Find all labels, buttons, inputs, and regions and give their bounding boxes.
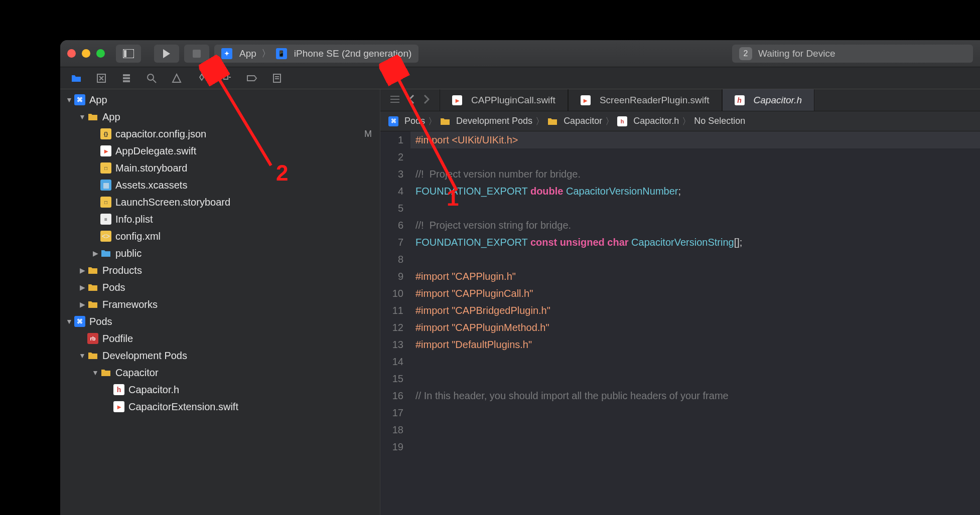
disclosure-triangle-icon[interactable]: ▼: [78, 113, 86, 121]
stop-button[interactable]: [184, 45, 209, 63]
debug-navigator-icon[interactable]: [221, 72, 233, 84]
line-number: 2: [380, 148, 403, 165]
code-line[interactable]: [410, 148, 980, 165]
code-line[interactable]: #import "DefaultPlugins.h": [410, 336, 980, 353]
tree-item[interactable]: <>config.xml: [60, 228, 380, 245]
tree-item[interactable]: ▸CapacitorExtension.swift: [60, 398, 380, 415]
tree-item[interactable]: □LaunchScreen.storyboard: [60, 194, 380, 211]
editor-tab[interactable]: ▸CAPPluginCall.swift: [440, 89, 568, 111]
swift-icon: ▸: [100, 145, 111, 156]
breadcrumb-segment[interactable]: Pods: [404, 116, 425, 126]
run-button[interactable]: [154, 45, 179, 63]
code-line[interactable]: [410, 200, 980, 217]
tree-item-label: Products: [102, 265, 372, 276]
tree-item[interactable]: ▶Products: [60, 262, 380, 279]
disclosure-triangle-icon[interactable]: ▼: [65, 96, 73, 104]
code-line[interactable]: //! Project version string for bridge.: [410, 217, 980, 234]
code-line[interactable]: // In this header, you should import all…: [410, 387, 980, 404]
folder-icon: [547, 116, 557, 126]
line-number: 11: [380, 302, 403, 319]
scm-status-badge: M: [364, 129, 372, 139]
issue-navigator-icon[interactable]: [171, 72, 183, 84]
code-line[interactable]: #import "CAPPluginMethod.h": [410, 319, 980, 336]
code-line[interactable]: //! Project version number for bridge.: [410, 165, 980, 183]
tree-item[interactable]: ▶public: [60, 245, 380, 262]
code-line[interactable]: [410, 421, 980, 438]
tree-item[interactable]: ▼⌘Pods: [60, 313, 380, 330]
breadcrumb-segment[interactable]: No Selection: [694, 116, 745, 126]
status-text: Waiting for Device: [758, 48, 835, 59]
disclosure-triangle-icon[interactable]: ▶: [78, 300, 86, 308]
line-number: 15: [380, 370, 403, 387]
tree-item[interactable]: □Main.storyboard: [60, 159, 380, 177]
find-navigator-icon[interactable]: [146, 72, 158, 84]
editor-tab[interactable]: ▸ScreenReaderPlugin.swift: [568, 89, 722, 111]
source-editor[interactable]: 12345678910111213141516171819 #import <U…: [380, 131, 980, 515]
chevron-right-icon: 〉: [605, 115, 614, 127]
app-icon: ✦: [221, 48, 232, 59]
project-navigator[interactable]: ▼⌘App▼App{}capacitor.config.jsonM▸AppDel…: [60, 89, 380, 515]
swift-icon: ▸: [452, 95, 462, 105]
forward-button[interactable]: [424, 95, 430, 106]
tree-item[interactable]: ▦Assets.xcassets: [60, 177, 380, 194]
minimize-icon[interactable]: [82, 49, 90, 58]
disclosure-triangle-icon[interactable]: ▶: [91, 249, 99, 257]
breadcrumb-segment[interactable]: Capacitor.h: [633, 116, 679, 126]
tree-item[interactable]: ▶Pods: [60, 279, 380, 296]
line-number: 8: [380, 251, 403, 268]
activity-status[interactable]: 2 Waiting for Device: [732, 45, 973, 63]
line-gutter: 12345678910111213141516171819: [380, 131, 410, 515]
tree-item[interactable]: ▼Capacitor: [60, 364, 380, 381]
tree-item[interactable]: {}capacitor.config.jsonM: [60, 125, 380, 142]
tree-item[interactable]: ▼Development Pods: [60, 347, 380, 364]
disclosure-triangle-icon[interactable]: ▼: [78, 352, 86, 360]
folder-icon: [87, 265, 98, 276]
code-line[interactable]: [410, 251, 980, 268]
editor-tab[interactable]: hCapacitor.h: [722, 89, 814, 111]
tree-item-label: CapacitorExtension.swift: [128, 401, 372, 413]
disclosure-triangle-icon[interactable]: ▼: [65, 317, 73, 325]
scheme-selector[interactable]: ✦ App 〉 📱 iPhone SE (2nd generation): [214, 45, 418, 63]
line-number: 4: [380, 183, 403, 200]
xcassets-icon: ▦: [100, 180, 111, 191]
code-line[interactable]: #import "CAPBridgedPlugin.h": [410, 302, 980, 319]
tree-item[interactable]: hCapacitor.h: [60, 381, 380, 398]
jump-bar[interactable]: ⌘Pods〉Development Pods〉Capacitor〉hCapaci…: [380, 111, 980, 131]
report-navigator-icon[interactable]: [271, 72, 283, 84]
maximize-icon[interactable]: [96, 49, 105, 58]
code-line[interactable]: #import <UIKit/UIKit.h>: [410, 131, 980, 148]
sidebar-toggle-button[interactable]: [116, 45, 141, 63]
editor-menu-icon[interactable]: [390, 96, 399, 105]
tree-item[interactable]: ▼⌘App: [60, 91, 380, 108]
back-button[interactable]: [408, 95, 414, 106]
tree-item[interactable]: ≡Info.plist: [60, 211, 380, 228]
tree-item[interactable]: ▸AppDelegate.swift: [60, 142, 380, 159]
code-body[interactable]: #import <UIKit/UIKit.h>//! Project versi…: [410, 131, 980, 515]
code-line[interactable]: #import "CAPPlugin.h": [410, 268, 980, 285]
code-line[interactable]: FOUNDATION_EXPORT const unsigned char Ca…: [410, 234, 980, 251]
symbol-navigator-icon[interactable]: [120, 72, 132, 84]
code-line[interactable]: [410, 370, 980, 387]
source-control-navigator-icon[interactable]: [95, 72, 107, 84]
tree-item[interactable]: ▼App: [60, 108, 380, 125]
close-icon[interactable]: [67, 49, 76, 58]
breadcrumb-segment[interactable]: Capacitor: [564, 116, 602, 126]
tree-item-label: AppDelegate.swift: [115, 145, 372, 157]
code-line[interactable]: #import "CAPPluginCall.h": [410, 285, 980, 302]
disclosure-triangle-icon[interactable]: ▶: [78, 283, 86, 291]
tree-item[interactable]: rbPodfile: [60, 330, 380, 347]
code-line[interactable]: FOUNDATION_EXPORT double CapacitorVersio…: [410, 183, 980, 200]
code-line[interactable]: [410, 438, 980, 455]
disclosure-triangle-icon[interactable]: ▼: [91, 369, 99, 377]
breadcrumb-segment[interactable]: Development Pods: [456, 116, 532, 126]
test-navigator-icon[interactable]: [196, 72, 208, 84]
folder-icon: [100, 248, 111, 259]
project-navigator-icon[interactable]: [70, 72, 82, 84]
tree-item[interactable]: ▶Frameworks: [60, 296, 380, 313]
code-line[interactable]: [410, 353, 980, 370]
disclosure-triangle-icon[interactable]: ▶: [78, 266, 86, 274]
svg-rect-12: [390, 96, 399, 97]
code-line[interactable]: [410, 404, 980, 421]
folder-icon: [87, 282, 98, 293]
breakpoint-navigator-icon[interactable]: [246, 72, 258, 84]
